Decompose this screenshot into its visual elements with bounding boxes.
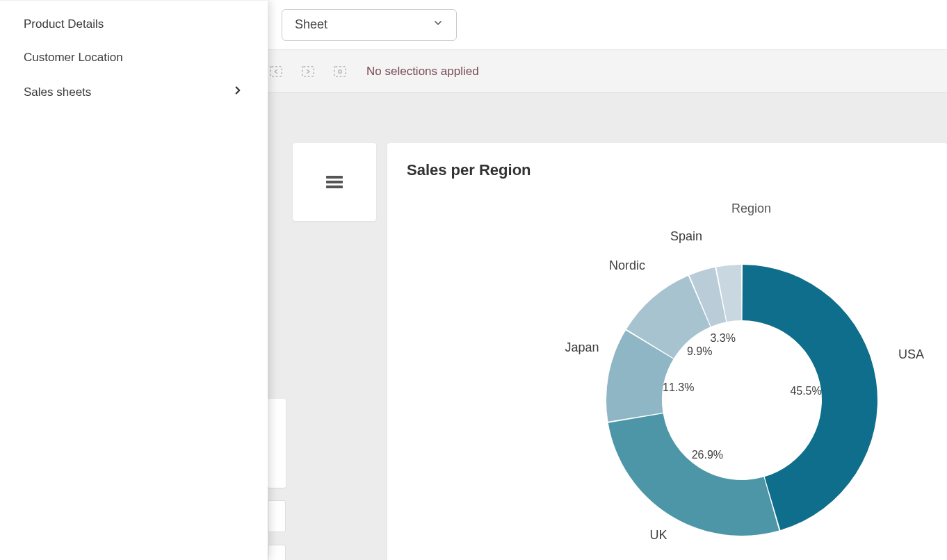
pie-pct-usa: 45.5% (790, 385, 821, 397)
sidebar-item-customer-location[interactable]: Customer Location (0, 41, 268, 74)
top-toolbar: Sheet (268, 0, 947, 50)
selection-back-icon[interactable] (268, 63, 284, 80)
svg-rect-0 (270, 66, 282, 76)
sidebar-item-sales-sheets[interactable]: Sales sheets (0, 74, 268, 110)
pie-label-usa: USA (898, 347, 924, 361)
pie-pct-nordic: 9.9% (687, 345, 712, 357)
left-stub-column (268, 399, 286, 560)
stub-card[interactable] (268, 545, 286, 560)
sheet-canvas: Sales per Region Region 45.5%USA26.9%UK1… (268, 93, 947, 560)
menu-button-card[interactable] (293, 143, 376, 221)
sidebar: Product Details Customer Location Sales … (0, 0, 268, 560)
pie-pct-uk: 26.9% (692, 449, 723, 461)
sheet-selector-dropdown[interactable]: Sheet (282, 9, 457, 41)
pie-pct-japan: 11.3% (663, 381, 694, 393)
pie-label-uk: UK (649, 528, 667, 542)
chevron-right-icon (232, 84, 244, 100)
sidebar-item-label: Sales sheets (24, 85, 91, 99)
main-area: Sheet No selections applied (268, 0, 947, 560)
chart-title: Sales per Region (407, 161, 928, 179)
hamburger-icon (326, 174, 343, 190)
pie-label-spain: Spain (670, 229, 702, 243)
pie-label-nordic: Nordic (609, 258, 645, 272)
pie-slice-uk[interactable] (608, 413, 779, 536)
chart-legend-title: Region (731, 201, 771, 216)
chart-card[interactable]: Sales per Region Region 45.5%USA26.9%UK1… (387, 143, 947, 560)
stub-card[interactable] (268, 500, 286, 532)
pie-pct-spain: 3.3% (710, 332, 735, 344)
svg-rect-1 (302, 66, 314, 76)
selections-status-text: No selections applied (366, 65, 479, 79)
stub-card[interactable] (268, 399, 286, 488)
sheet-selector-label: Sheet (295, 17, 327, 32)
pie-label-japan: Japan (565, 340, 599, 354)
selection-forward-icon[interactable] (300, 63, 316, 80)
donut-chart[interactable]: 45.5%USA26.9%UK11.3%Japan9.9%Nordic3.3%S… (568, 247, 944, 553)
chevron-down-icon (432, 17, 444, 32)
sidebar-item-label: Product Details (24, 17, 104, 31)
sidebar-item-product-details[interactable]: Product Details (0, 8, 268, 41)
selections-bar: No selections applied (268, 50, 947, 93)
sidebar-item-label: Customer Location (24, 51, 123, 65)
selection-clear-icon[interactable] (332, 63, 348, 80)
